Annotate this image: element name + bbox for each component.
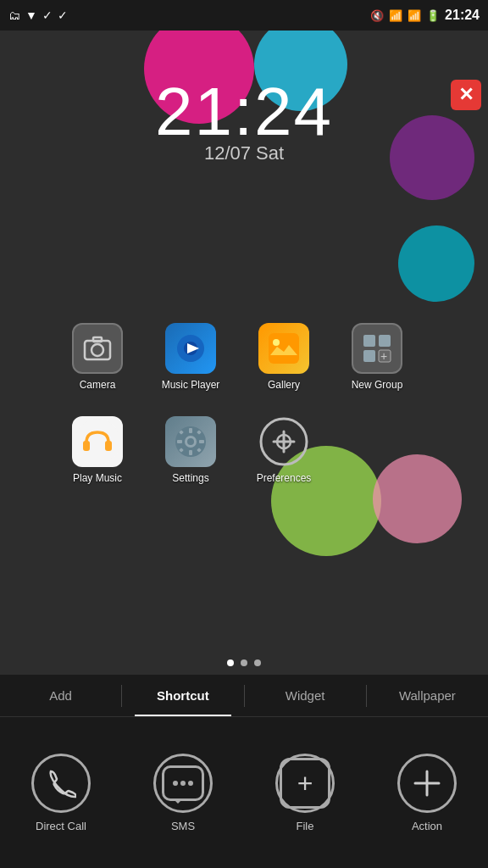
app-camera[interactable]: Camera [51,310,144,403]
page-dot-1[interactable] [227,659,234,666]
camera-icon [72,323,123,374]
gallery-icon [258,323,309,374]
svg-rect-8 [363,335,375,347]
action-sms[interactable]: SMS [122,754,244,832]
wifi-icon: 📶 [389,9,402,22]
svg-rect-14 [83,441,90,451]
phone-icon-circle [31,754,91,813]
home-area: ✕ 21:24 12/07 Sat Camera [0,31,488,675]
sms-icon-circle [153,754,213,813]
sms-label: SMS [171,820,195,832]
page-dot-3[interactable] [254,659,261,666]
clock-time: 21:24 [0,73,488,151]
deco-circle-4 [398,225,474,302]
play-music-icon [72,416,123,467]
svg-rect-10 [363,350,375,362]
signal-icon: 📶 [408,9,421,22]
action-label: Action [412,820,442,832]
sms-dot-3 [188,781,193,786]
tab-add[interactable]: Add [0,675,121,716]
app-preferences[interactable]: Preferences [237,403,330,497]
bottom-tabs: Add Shortcut Widget Wallpaper [0,675,488,717]
file-plus-icon: + [280,758,330,809]
music-player-icon [165,323,216,374]
check-icon-2: ✓ [58,8,68,22]
battery-icon: 🔋 [426,9,440,22]
status-time: 21:24 [445,8,480,23]
file-icon: 🗂 [8,8,20,22]
settings-icon [165,416,216,467]
svg-point-1 [92,344,103,356]
tab-active-indicator [135,715,232,716]
action-bar: Direct Call SMS + File [0,717,488,868]
status-icons-left: 🗂 ▼ ✓ ✓ [8,8,68,22]
status-bar: 🗂 ▼ ✓ ✓ 🔇 📶 📶 🔋 21:24 [0,0,488,31]
direct-call-label: Direct Call [36,820,86,832]
camera-label: Camera [80,379,116,391]
play-music-label: Play Music [73,472,122,484]
gallery-label: Gallery [268,379,300,391]
action-file[interactable]: + File [244,754,366,832]
status-icons-right: 🔇 📶 📶 🔋 21:24 [370,8,480,23]
svg-rect-22 [199,440,204,443]
svg-point-18 [187,438,194,445]
file-label: File [297,820,314,832]
mute-icon: 🔇 [370,9,384,22]
close-icon: ✕ [458,86,474,104]
svg-rect-15 [105,441,112,451]
clock-date: 12/07 Sat [0,142,488,164]
svg-point-7 [273,339,280,346]
plus-icon-circle [397,754,457,813]
settings-label: Settings [172,472,208,484]
music-player-label: Music Player [162,379,220,391]
preferences-label: Preferences [257,472,312,484]
close-button[interactable]: ✕ [451,80,481,110]
check-icon-1: ✓ [42,8,53,22]
page-dots [0,659,488,666]
svg-rect-6 [269,333,299,364]
sms-bubble [162,765,204,801]
new-group-label: New Group [352,379,403,391]
svg-rect-21 [177,440,182,443]
new-group-icon: + [352,323,402,374]
app-gallery[interactable]: Gallery [237,310,330,403]
tab-wallpaper[interactable]: Wallpaper [367,675,488,716]
app-play-music[interactable]: Play Music [51,403,144,497]
page-dot-2[interactable] [241,659,247,666]
action-plus[interactable]: Action [366,754,488,832]
tab-widget[interactable]: Widget [245,675,366,716]
app-new-group[interactable]: + New Group [330,310,424,403]
action-direct-call[interactable]: Direct Call [0,754,122,832]
sms-dot-2 [180,781,186,786]
message-icon [162,765,204,801]
preferences-icon [258,416,309,467]
svg-rect-9 [379,335,391,347]
app-settings[interactable]: Settings [144,403,237,497]
svg-rect-20 [189,450,192,455]
app-grid: Camera Music Player Galler [51,310,488,497]
clock-widget: 21:24 12/07 Sat [0,73,488,164]
sms-dot-1 [173,781,178,786]
svg-rect-2 [93,337,102,342]
svg-rect-19 [189,428,192,433]
tab-shortcut[interactable]: Shortcut [122,675,243,716]
svg-point-13 [75,419,120,465]
svg-text:+: + [380,349,387,363]
signal-down-icon: ▼ [25,8,37,22]
file-icon-circle: + [275,754,335,813]
app-music-player[interactable]: Music Player [144,310,237,403]
